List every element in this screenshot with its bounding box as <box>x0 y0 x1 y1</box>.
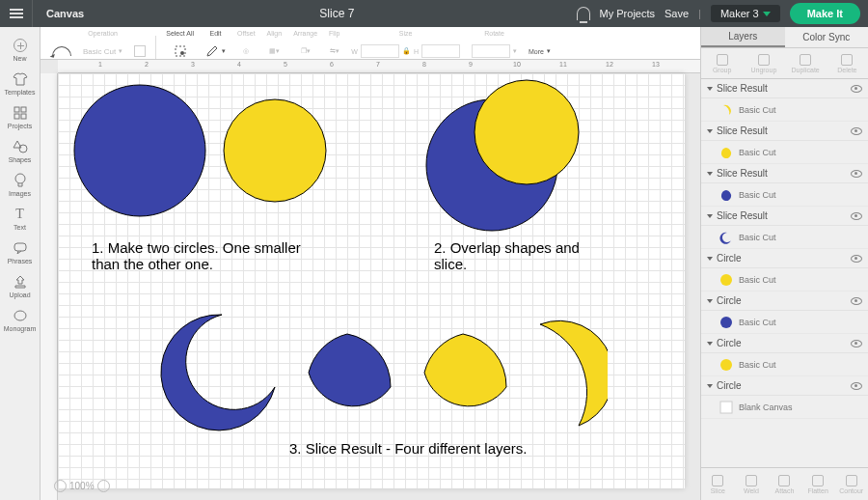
layer-header[interactable]: Circle <box>701 249 868 268</box>
rail-label: Templates <box>5 89 36 96</box>
layer-name: Slice Result <box>717 210 768 221</box>
operation-group[interactable]: OperationBasic Cut▾ <box>77 30 128 59</box>
my-projects-link[interactable]: My Projects <box>600 8 655 19</box>
tab-color-sync[interactable]: Color Sync <box>785 27 869 47</box>
rail-upload[interactable]: Upload <box>0 269 41 303</box>
rail-new[interactable]: New <box>0 33 41 67</box>
size-group[interactable]: SizeW🔒H <box>345 30 466 59</box>
eye-icon[interactable] <box>851 382 862 390</box>
layer-header[interactable]: Slice Result <box>701 79 868 98</box>
undo-icon[interactable] <box>52 46 71 56</box>
duplicate-button[interactable]: Duplicate <box>785 48 827 78</box>
layer-header[interactable]: Circle <box>701 292 868 311</box>
eye-icon[interactable] <box>851 85 862 93</box>
rotate-group[interactable]: Rotate▾ <box>466 30 523 59</box>
layer-op: Basic Cut <box>739 275 776 285</box>
svg-point-6 <box>15 174 25 183</box>
svg-rect-2 <box>14 114 19 119</box>
svg-point-12 <box>224 99 326 202</box>
eye-icon[interactable] <box>851 127 862 135</box>
layer-item[interactable]: Basic Cut <box>701 226 868 249</box>
select-all[interactable]: Select All <box>160 30 200 59</box>
project-title[interactable]: Slice 7 <box>97 7 576 20</box>
chevron-down-icon <box>763 12 771 16</box>
delete-button[interactable]: Delete <box>827 48 868 78</box>
save-button[interactable]: Save <box>665 8 689 19</box>
slice-button[interactable]: Slice <box>701 468 735 500</box>
contour-button[interactable]: Contour <box>834 468 868 500</box>
rail-phrases[interactable]: Phrases <box>0 236 41 269</box>
menu-button[interactable] <box>0 0 33 27</box>
eye-icon[interactable] <box>851 212 862 220</box>
rail-shapes[interactable]: Shapes <box>0 134 41 168</box>
lock-icon[interactable]: 🔒 <box>402 47 411 55</box>
layer-header[interactable]: Circle <box>701 334 868 353</box>
layer-item[interactable]: Basic Cut <box>701 268 868 292</box>
rail-text[interactable]: TText <box>0 202 41 236</box>
layer-header[interactable]: Slice Result <box>701 122 868 141</box>
align-group[interactable]: Align▦▾ <box>261 30 288 59</box>
more-menu[interactable]: More▾ <box>523 30 556 59</box>
layer-item[interactable]: Basic Cut <box>701 141 868 164</box>
caption-3: 3. Slice Result - Four different layers. <box>289 440 528 457</box>
trash-icon <box>841 54 853 66</box>
svg-point-16 <box>720 317 732 328</box>
attach-button[interactable]: Attach <box>768 468 801 500</box>
arrange-group[interactable]: Arrange❐▾ <box>287 30 323 59</box>
canvas-workspace[interactable]: 12345678910111213 1. Make two circles. O… <box>41 60 700 500</box>
layer-header[interactable]: Slice Result <box>701 164 868 183</box>
offset-group[interactable]: Offset◎ <box>231 30 261 59</box>
layer-item[interactable]: Basic Cut <box>701 98 868 122</box>
edit-menu[interactable]: Edit▾ <box>200 30 231 59</box>
slice-lemon-blue[interactable] <box>299 329 395 421</box>
swatch-icon <box>134 45 146 57</box>
tab-layers[interactable]: Layers <box>701 27 785 47</box>
monogram-icon <box>13 308 28 323</box>
layer-item[interactable]: Basic Cut <box>701 183 868 207</box>
group-button[interactable]: Group <box>701 48 743 78</box>
bell-icon[interactable] <box>577 7 590 20</box>
layer-item[interactable]: Basic Cut <box>701 311 868 334</box>
circle-blue-large[interactable] <box>72 83 207 218</box>
ungroup-button[interactable]: Ungroup <box>743 48 784 78</box>
rail-projects[interactable]: Projects <box>0 100 41 134</box>
layer-header[interactable]: Circle <box>701 376 868 396</box>
zoom-out-icon[interactable] <box>54 480 67 492</box>
layer-actions: Group Ungroup Duplicate Delete <box>701 48 868 79</box>
rail-images[interactable]: Images <box>0 168 41 202</box>
eye-icon[interactable] <box>851 170 862 178</box>
layer-header[interactable]: Slice Result <box>701 207 868 226</box>
flatten-button[interactable]: Flatten <box>801 468 835 500</box>
eye-icon[interactable] <box>851 255 862 263</box>
make-it-button[interactable]: Make It <box>790 3 860 24</box>
rail-monogram[interactable]: Monogram <box>0 303 41 337</box>
color-swatch[interactable] <box>128 30 151 59</box>
eye-icon[interactable] <box>851 297 862 305</box>
machine-selector[interactable]: Maker 3 <box>711 5 780 22</box>
slice-crescent-yellow[interactable] <box>521 319 608 435</box>
flip-group[interactable]: Flip⇋▾ <box>323 30 345 59</box>
chevron-down-icon <box>707 172 713 176</box>
combine-actions: Slice Weld Attach Flatten Contour <box>701 467 868 500</box>
chevron-down-icon <box>707 299 713 303</box>
design-mat[interactable]: 1. Make two circles. One smaller than th… <box>58 73 685 488</box>
rail-label: Images <box>9 190 31 197</box>
slice-moon-blue[interactable] <box>159 310 285 435</box>
rail-templates[interactable]: Templates <box>0 67 41 100</box>
weld-button[interactable]: Weld <box>735 468 769 500</box>
rail-label: Text <box>14 224 26 231</box>
zoom-control[interactable]: 100% <box>54 480 110 492</box>
layer-item[interactable]: Blank Canvas <box>701 396 868 419</box>
circle-yellow-small[interactable] <box>222 97 328 204</box>
group-icon <box>717 54 728 66</box>
slice-lemon-yellow[interactable] <box>415 329 511 421</box>
circle-yellow-overlap[interactable] <box>473 78 581 186</box>
chevron-down-icon <box>707 214 713 218</box>
layer-item[interactable]: Basic Cut <box>701 353 868 376</box>
zoom-in-icon[interactable] <box>97 480 110 492</box>
rotate-input[interactable] <box>472 44 510 58</box>
width-input[interactable] <box>361 44 399 58</box>
eye-icon[interactable] <box>851 340 862 347</box>
height-input[interactable] <box>421 44 460 58</box>
undo-redo[interactable] <box>46 30 77 59</box>
